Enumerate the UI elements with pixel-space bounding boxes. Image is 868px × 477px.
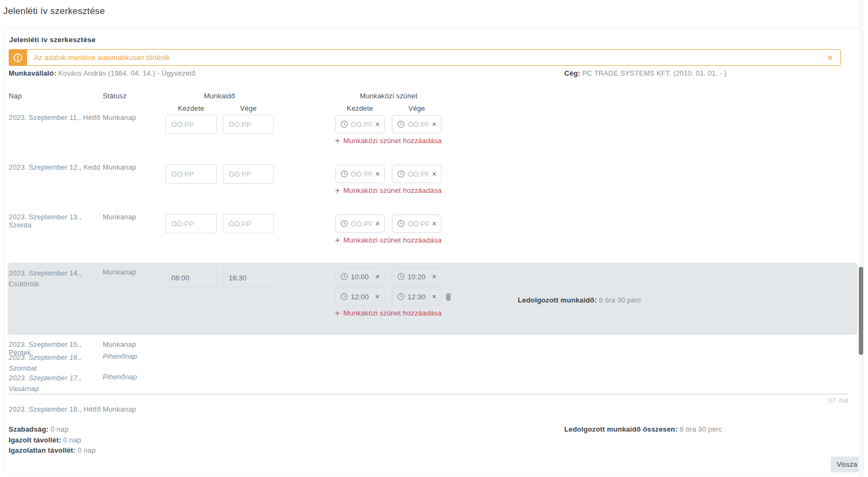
unverified-absence-label: Igazolatlan távollét: xyxy=(9,446,76,454)
scrollbar-track[interactable] xyxy=(859,0,863,477)
clock-icon xyxy=(340,120,348,128)
break-start-field[interactable] xyxy=(351,273,372,281)
plus-icon: + xyxy=(335,187,340,194)
work-end-input[interactable] xyxy=(223,268,274,287)
break-start-field[interactable] xyxy=(351,220,372,228)
break-end-field[interactable] xyxy=(408,170,429,178)
work-end-input[interactable] xyxy=(223,214,274,233)
worked-time: Ledolgozott munkaidő: 8 óra 30 perc xyxy=(518,296,641,304)
row-status: Munkanap xyxy=(103,163,168,171)
break-end-input[interactable]: ✕ xyxy=(392,287,442,306)
week-label: 37. hét xyxy=(828,397,849,405)
plus-icon: + xyxy=(335,310,340,317)
total-worked-value: 8 óra 30 perc xyxy=(679,425,722,433)
row-date: 2023. Szeptember 14., Csütörtök xyxy=(9,268,85,290)
warning-icon xyxy=(9,49,27,66)
add-break-button[interactable]: + Munkaközi szünet hozzáadása xyxy=(335,137,442,145)
plus-icon: + xyxy=(335,137,340,144)
break-start-input[interactable]: ✕ xyxy=(335,287,385,306)
vacation-summary: Szabadság: 0 nap xyxy=(9,425,69,433)
clear-break-icon[interactable]: ✕ xyxy=(432,121,437,128)
clear-break-icon[interactable]: ✕ xyxy=(375,273,380,280)
break-end-input[interactable]: ✕ xyxy=(392,214,442,233)
add-break-button[interactable]: + Munkaközi szünet hozzáadása xyxy=(335,309,442,317)
work-start-input[interactable] xyxy=(165,115,217,134)
plus-icon: + xyxy=(335,237,340,244)
row-date: 2023. Szeptember 18., Hétfő xyxy=(9,405,103,413)
header-break-end: Vége xyxy=(392,104,442,112)
break-end-input[interactable]: ✕ xyxy=(392,165,442,183)
break-end-field[interactable] xyxy=(408,220,429,228)
break-start-input[interactable]: ✕ xyxy=(335,214,385,233)
total-worked-summary: Ledolgozott munkaidő összesen: 8 óra 30 … xyxy=(564,425,722,433)
work-start-input[interactable] xyxy=(165,268,217,287)
break-start-input[interactable]: ✕ xyxy=(335,267,385,286)
clock-icon xyxy=(397,120,405,128)
header-work-start: Kezdete xyxy=(165,104,217,112)
break-start-field[interactable] xyxy=(351,120,372,129)
vacation-value: 0 nap xyxy=(51,425,69,433)
clock-icon xyxy=(340,273,348,280)
add-break-label: Munkaközi szünet hozzáadása xyxy=(343,236,442,244)
break-start-input[interactable]: ✕ xyxy=(335,115,385,133)
clear-break-icon[interactable]: ✕ xyxy=(432,293,437,300)
break-end-input[interactable]: ✕ xyxy=(392,115,442,133)
add-break-button[interactable]: + Munkaközi szünet hozzáadása xyxy=(335,186,442,194)
clear-break-icon[interactable]: ✕ xyxy=(375,121,380,128)
row-status: Munkanap xyxy=(103,113,168,122)
total-worked-label: Ledolgozott munkaidő összesen: xyxy=(564,425,678,433)
row-date: 2023. Szeptember 12., Kedd xyxy=(9,163,103,171)
clock-icon xyxy=(397,170,405,178)
employee-value: Kovács András (1984. 04. 14.) - Ügyvezet… xyxy=(58,69,196,77)
vacation-label: Szabadság: xyxy=(9,425,49,433)
work-end-input[interactable] xyxy=(223,164,274,184)
break-end-field[interactable] xyxy=(408,120,429,129)
banner-close-icon[interactable]: ✕ xyxy=(827,50,833,65)
clear-break-icon[interactable]: ✕ xyxy=(432,273,437,280)
scrollbar-thumb[interactable] xyxy=(859,267,863,355)
add-break-label: Munkaközi szünet hozzáadása xyxy=(343,186,442,194)
verified-absence-summary: Igazolt távollét: 0 nap xyxy=(9,436,81,444)
clock-icon xyxy=(340,220,348,227)
row-date: 2023. Szeptember 16., Szombat xyxy=(9,352,85,374)
break-end-input[interactable]: ✕ xyxy=(392,267,442,286)
unverified-absence-summary: Igazolatlan távollét: 0 nap xyxy=(9,446,96,454)
card-heading: Jelenléti ív szerkesztése xyxy=(9,36,96,44)
employee-info: Munkavállaló: Kovács András (1984. 04. 1… xyxy=(9,69,196,77)
row-date: 2023. Szeptember 17., Vasárnap xyxy=(9,373,85,394)
work-start-input[interactable] xyxy=(165,164,217,184)
delete-break-icon[interactable] xyxy=(444,292,452,304)
row-status: Munkanap xyxy=(103,405,168,413)
work-end-input[interactable] xyxy=(223,115,274,134)
row-status: Pihenőnap xyxy=(103,352,168,360)
verified-absence-value: 0 nap xyxy=(63,436,81,444)
add-break-button[interactable]: + Munkaközi szünet hozzáadása xyxy=(335,236,442,244)
clear-break-icon[interactable]: ✕ xyxy=(375,293,380,300)
add-break-label: Munkaközi szünet hozzáadása xyxy=(343,137,442,145)
row-date: 2023. Szeptember 13., Szerda xyxy=(9,213,103,229)
break-start-field[interactable] xyxy=(351,170,372,178)
row-status: Pihenőnap xyxy=(103,373,168,381)
unverified-absence-value: 0 nap xyxy=(78,446,96,454)
clear-break-icon[interactable]: ✕ xyxy=(432,220,437,227)
break-start-field[interactable] xyxy=(351,293,372,301)
header-break-start: Kezdete xyxy=(335,104,385,112)
header-work-time: Munkaidő xyxy=(165,92,273,100)
clock-icon xyxy=(397,293,405,300)
break-end-field[interactable] xyxy=(408,273,429,281)
header-work-end: Vége xyxy=(223,104,274,112)
clear-break-icon[interactable]: ✕ xyxy=(375,171,380,178)
company-value: PC TRADE SYSTEMS KFT. (2010. 01. 01. - ) xyxy=(582,69,726,77)
break-end-field[interactable] xyxy=(408,293,429,301)
page-title: Jelenléti ív szerkesztése xyxy=(3,6,105,17)
break-start-input[interactable]: ✕ xyxy=(335,165,385,183)
clear-break-icon[interactable]: ✕ xyxy=(375,220,380,227)
row-status: Munkanap xyxy=(103,268,168,276)
clock-icon xyxy=(397,220,405,227)
clock-icon xyxy=(397,273,405,280)
back-button[interactable]: Vissza xyxy=(831,456,863,472)
add-break-label: Munkaközi szünet hozzáadása xyxy=(343,309,442,317)
header-status: Státusz xyxy=(103,92,126,100)
work-start-input[interactable] xyxy=(165,214,217,233)
clear-break-icon[interactable]: ✕ xyxy=(432,171,437,178)
